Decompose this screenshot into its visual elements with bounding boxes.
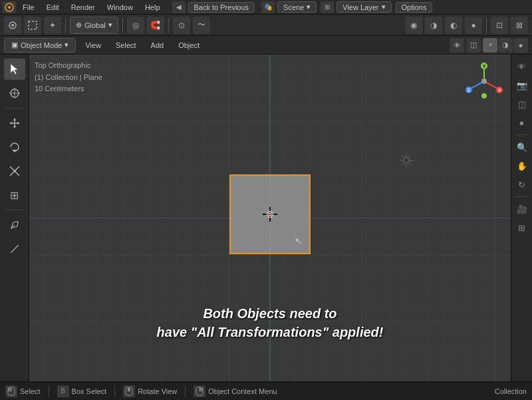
transform-orientation-selector[interactable]: ⊕ Global ▾ <box>70 17 118 34</box>
add-menu[interactable]: Add <box>146 38 170 53</box>
render-shade-icon[interactable]: ● <box>513 38 528 53</box>
object-mode-icon: ▣ <box>11 41 18 49</box>
viewport-shade-1[interactable]: ◉ <box>405 17 422 34</box>
collection-status: Collection <box>495 387 527 395</box>
svg-marker-14 <box>17 122 20 124</box>
svg-point-1 <box>8 6 11 9</box>
viewport-overlay-icon[interactable]: ◫ <box>466 38 481 53</box>
transform-tool-btn[interactable]: ⊞ <box>4 184 25 206</box>
svg-point-27 <box>404 158 409 163</box>
blender-logo[interactable] <box>3 1 16 13</box>
orbit-icon[interactable]: ↻ <box>514 176 530 192</box>
svg-text:Z: Z <box>467 88 471 93</box>
rotate-tool-btn[interactable] <box>4 136 25 158</box>
snapping-icon[interactable]: 🧲 <box>147 17 164 34</box>
svg-line-43 <box>469 81 484 89</box>
svg-line-34 <box>409 156 411 158</box>
svg-text:X: X <box>498 88 501 93</box>
object-menu[interactable]: Object <box>173 38 205 53</box>
pivot-icon[interactable]: ◎ <box>127 17 144 34</box>
svg-point-46 <box>481 79 487 84</box>
svg-line-21 <box>11 252 12 253</box>
select-tool-btn[interactable] <box>4 59 25 80</box>
cursor-tool-btn[interactable] <box>4 83 25 104</box>
nav-gizmo[interactable]: Y X Z <box>464 61 504 101</box>
svg-point-36 <box>402 156 410 164</box>
svg-marker-12 <box>13 126 16 128</box>
box-select-status-item[interactable]: B Box Select <box>57 385 107 397</box>
menu-help[interactable]: Help <box>140 2 166 13</box>
svg-rect-56 <box>200 387 203 391</box>
mmb-icon <box>123 385 135 397</box>
view-layer-selector[interactable]: View Layer ▾ <box>336 1 391 13</box>
svg-text:Y: Y <box>483 64 486 69</box>
left-sidebar: ⊞ <box>0 55 29 381</box>
svg-marker-13 <box>9 122 12 124</box>
svg-point-18 <box>13 170 16 172</box>
scene-selector[interactable]: Scene ▾ <box>277 1 317 13</box>
back-arrow-icon[interactable]: ◀ <box>172 1 186 13</box>
viewport-eye-icon[interactable]: 👁 <box>514 59 530 75</box>
select-box-icon[interactable] <box>24 17 41 34</box>
lmb-icon <box>5 385 17 397</box>
lasso-icon[interactable]: ✦ <box>44 17 61 34</box>
viewport-shade-3[interactable]: ◐ <box>445 17 462 34</box>
menu-window[interactable]: Window <box>102 2 138 13</box>
viewport-overlay-icon[interactable]: ◫ <box>514 96 530 112</box>
zoom-in-icon[interactable]: 🔍 <box>514 139 530 155</box>
menu-edit[interactable]: Edit <box>41 2 65 13</box>
svg-point-47 <box>481 93 487 99</box>
snap-icon[interactable] <box>4 17 21 34</box>
scale-tool-btn[interactable] <box>4 160 25 182</box>
proportional-edit-icon[interactable]: ⊙ <box>173 17 190 34</box>
message-line-2: have "All Transformations" applied! <box>157 323 384 341</box>
svg-line-35 <box>402 163 404 165</box>
menu-file[interactable]: File <box>17 2 40 13</box>
viewport-shading-icon[interactable]: ● <box>514 114 530 130</box>
object-context-label: Object Context Menu <box>208 387 277 395</box>
right-sidebar: 👁 📷 ◫ ● 🔍 ✋ ↻ 🎥 ⊞ <box>511 55 532 381</box>
measure-tool-btn[interactable] <box>4 238 25 260</box>
main-area: ⊞ <box>0 55 532 381</box>
xray-toggle[interactable]: ⊠ <box>511 17 528 34</box>
message-overlay: Both Objects need to have "All Transform… <box>157 304 384 341</box>
message-line-1: Both Objects need to <box>157 304 384 323</box>
scene-icon: 🎭 <box>261 1 275 13</box>
b-key-icon: B <box>57 385 69 397</box>
options-button[interactable]: Options <box>396 2 433 13</box>
object-context-status-item[interactable]: Object Context Menu <box>194 385 277 397</box>
move-tool-btn[interactable] <box>4 112 25 134</box>
select-menu[interactable]: Select <box>110 38 142 53</box>
rotate-view-label: Rotate View <box>138 387 177 395</box>
svg-line-32 <box>402 156 404 158</box>
select-label: Select <box>20 387 41 395</box>
object-mode-selector[interactable]: ▣ Object Mode ▾ <box>4 38 76 53</box>
svg-point-38 <box>481 63 487 69</box>
material-shade-icon[interactable]: ◑ <box>498 38 513 53</box>
viewport-label-1: Top Orthographic <box>35 60 102 72</box>
view-menu[interactable]: View <box>80 38 106 53</box>
box-select-label: Box Select <box>72 387 107 395</box>
grid-overlay-icon[interactable]: ⊞ <box>514 220 530 236</box>
viewport-shade-4[interactable]: ● <box>465 17 482 34</box>
selected-plane: ↖ <box>229 174 311 254</box>
annotate-tool-btn[interactable] <box>4 214 25 236</box>
svg-rect-4 <box>29 21 37 29</box>
svg-line-33 <box>409 163 411 165</box>
overlay-toggle[interactable]: ⊡ <box>491 17 508 34</box>
select-status-item[interactable]: Select <box>5 385 41 397</box>
camera-view-icon[interactable]: 🎥 <box>514 201 530 217</box>
rmb-icon <box>194 385 205 397</box>
viewport-camera-icon[interactable]: 📷 <box>514 77 530 93</box>
back-to-previous-btn[interactable]: Back to Previous <box>188 2 255 13</box>
solid-shade-icon[interactable]: ⚬ <box>483 38 497 53</box>
viewport[interactable]: Top Orthographic (1) Collection | Plane … <box>29 55 511 381</box>
svg-point-44 <box>466 87 472 93</box>
viewport-shade-2[interactable]: ◑ <box>425 17 442 34</box>
menu-render[interactable]: Render <box>66 2 100 13</box>
pan-icon[interactable]: ✋ <box>514 158 530 174</box>
graph-icon[interactable]: 〜 <box>193 17 210 34</box>
rotate-view-status-item[interactable]: Rotate View <box>123 385 177 397</box>
viewport-render-icon[interactable]: 👁 <box>450 38 464 53</box>
mode-toolbar: ▣ Object Mode ▾ View Select Add Object 👁… <box>0 36 532 55</box>
